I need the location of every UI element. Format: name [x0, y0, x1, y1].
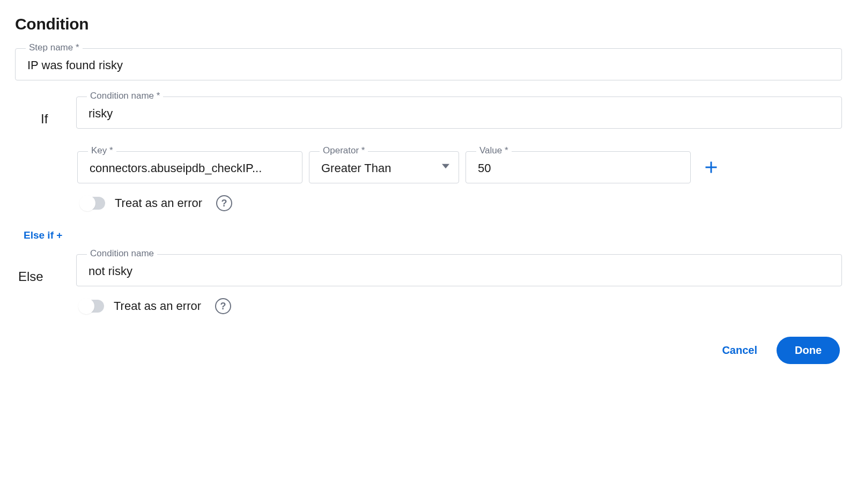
add-condition-button[interactable] [701, 158, 721, 177]
key-input[interactable] [77, 151, 302, 183]
step-name-input[interactable] [15, 48, 842, 80]
else-condition-name-input[interactable] [76, 254, 842, 286]
if-treat-error-row: Treat as an error ? [77, 190, 842, 217]
else-treat-error-row: Treat as an error ? [76, 293, 842, 320]
if-condition-name-input[interactable] [76, 97, 842, 129]
page-title: Condition [15, 15, 842, 33]
condition-expression-row: Key * Operator * Value * [77, 151, 842, 183]
else-condition-name-field: Condition name [76, 254, 842, 286]
if-label: If [15, 97, 63, 127]
footer: Cancel Done [15, 337, 842, 364]
else-condition-name-label: Condition name [87, 248, 157, 259]
if-branch: If Condition name * [15, 97, 842, 145]
else-branch: Else Condition name Treat as an error ? [15, 254, 842, 320]
key-label: Key * [88, 145, 116, 156]
help-icon[interactable]: ? [216, 195, 232, 211]
operator-field: Operator * [309, 151, 459, 183]
step-name-field: Step name * [15, 48, 842, 80]
if-treat-error-toggle[interactable] [82, 197, 105, 210]
operator-select[interactable] [309, 151, 459, 183]
help-icon[interactable]: ? [215, 298, 231, 314]
operator-label: Operator * [320, 145, 368, 156]
else-if-button[interactable]: Else if + [15, 217, 62, 254]
value-field: Value * [466, 151, 691, 183]
step-name-label: Step name * [26, 42, 83, 53]
else-treat-error-label: Treat as an error [114, 299, 201, 313]
else-label: Else [15, 254, 63, 284]
if-condition-name-label: Condition name * [87, 91, 163, 101]
key-field: Key * [77, 151, 302, 183]
if-condition-name-field: Condition name * [76, 97, 842, 129]
if-treat-error-label: Treat as an error [115, 196, 202, 210]
value-label: Value * [476, 145, 512, 156]
value-input[interactable] [466, 151, 691, 183]
done-button[interactable]: Done [777, 337, 840, 364]
else-treat-error-toggle[interactable] [80, 300, 104, 313]
cancel-button[interactable]: Cancel [714, 339, 765, 362]
